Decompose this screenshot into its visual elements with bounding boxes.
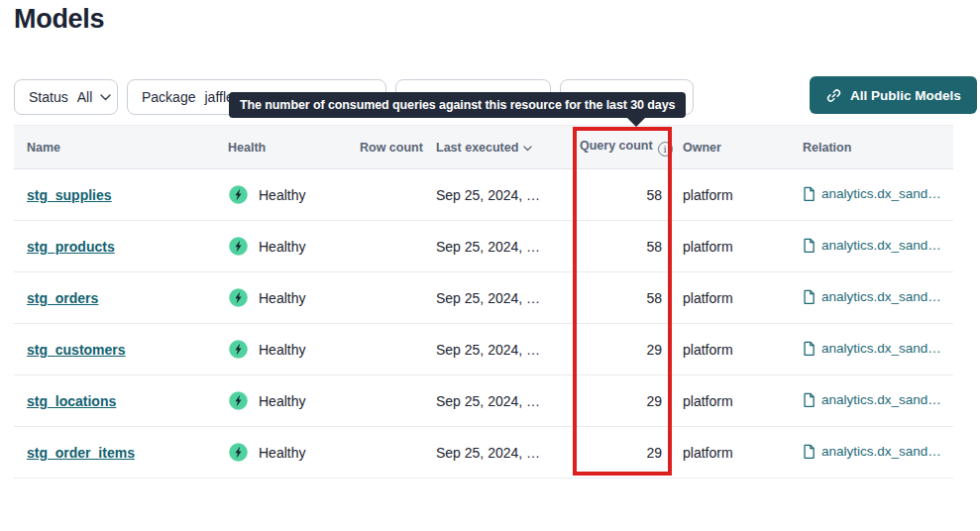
column-header-relation: Relation xyxy=(803,126,953,169)
model-name-link[interactable]: stg_order_items xyxy=(27,445,135,461)
table-row: stg_customersHealthySep 25, 2024, …29pla… xyxy=(14,324,953,375)
relation-cell: analytics.dx_sand… xyxy=(803,324,953,375)
healthy-bolt-icon xyxy=(228,287,249,308)
model-name-link[interactable]: stg_products xyxy=(27,239,115,255)
relation-text: analytics.dx_sand… xyxy=(821,289,941,304)
row-count-cell xyxy=(360,324,436,375)
status-filter-dropdown[interactable]: Status All xyxy=(14,79,118,115)
last-executed-cell: Sep 25, 2024, … xyxy=(436,324,580,375)
all-public-models-label: All Public Models xyxy=(850,88,961,103)
status-filter-label: Status xyxy=(29,89,68,105)
row-count-cell xyxy=(360,169,436,221)
health-cell: Healthy xyxy=(228,221,360,272)
query-count-cell: 29 xyxy=(580,427,671,478)
package-filter-label: Package xyxy=(142,89,195,105)
health-cell: Healthy xyxy=(228,272,360,324)
table-header-row: Name Health Row count Last executed Quer… xyxy=(14,126,953,169)
table-row: stg_locationsHealthySep 25, 2024, …29pla… xyxy=(14,375,953,427)
table-row: stg_order_itemsHealthySep 25, 2024, …29p… xyxy=(14,427,953,478)
model-name-link[interactable]: stg_supplies xyxy=(27,187,112,203)
healthy-bolt-icon xyxy=(228,442,249,463)
relation-text: analytics.dx_sand… xyxy=(821,444,941,459)
health-cell: Healthy xyxy=(228,169,360,221)
relation-link[interactable]: analytics.dx_sand… xyxy=(803,341,941,356)
chevron-down-icon xyxy=(100,94,111,101)
document-icon xyxy=(803,444,816,459)
document-icon xyxy=(803,186,816,201)
column-header-health: Health xyxy=(228,126,360,169)
owner-cell: platform xyxy=(671,272,803,324)
models-table: Name Health Row count Last executed Quer… xyxy=(14,125,953,478)
status-filter-value: All xyxy=(77,89,93,105)
document-icon xyxy=(803,392,816,407)
column-header-name: Name xyxy=(14,126,228,169)
relation-link[interactable]: analytics.dx_sand… xyxy=(803,238,941,253)
model-name-cell: stg_products xyxy=(14,221,228,272)
model-name-cell: stg_order_items xyxy=(14,427,228,478)
healthy-bolt-icon xyxy=(228,339,249,360)
document-icon xyxy=(803,341,816,356)
health-cell: Healthy xyxy=(228,427,360,478)
table-row: stg_ordersHealthySep 25, 2024, …58platfo… xyxy=(14,272,953,324)
health-label: Healthy xyxy=(259,239,305,255)
last-executed-cell: Sep 25, 2024, … xyxy=(436,169,580,221)
model-name-cell: stg_locations xyxy=(14,375,228,427)
health-cell: Healthy xyxy=(228,324,360,375)
models-page: Models Status All Package jaffle_ xyxy=(0,0,980,531)
query-count-tooltip: The number of consumed queries against t… xyxy=(229,92,686,118)
relation-link[interactable]: analytics.dx_sand… xyxy=(803,186,941,201)
all-public-models-button[interactable]: All Public Models xyxy=(810,76,977,114)
model-name-link[interactable]: stg_customers xyxy=(27,342,126,358)
page-title: Models xyxy=(14,4,104,35)
relation-cell: analytics.dx_sand… xyxy=(803,169,953,221)
health-label: Healthy xyxy=(259,187,305,203)
column-header-row-count: Row count xyxy=(360,126,436,169)
relation-cell: analytics.dx_sand… xyxy=(803,221,953,272)
last-executed-cell: Sep 25, 2024, … xyxy=(436,272,580,324)
query-count-cell: 29 xyxy=(580,375,671,427)
model-name-link[interactable]: stg_orders xyxy=(27,290,98,306)
tooltip-text: The number of consumed queries against t… xyxy=(240,98,675,112)
health-label: Healthy xyxy=(259,445,305,461)
document-icon xyxy=(803,289,816,304)
row-count-cell xyxy=(360,272,436,324)
relation-text: analytics.dx_sand… xyxy=(821,392,941,407)
model-name-cell: stg_supplies xyxy=(14,169,228,221)
model-name-cell: stg_orders xyxy=(14,272,228,324)
link-icon xyxy=(825,87,842,104)
health-label: Healthy xyxy=(259,342,305,358)
owner-cell: platform xyxy=(671,427,803,478)
owner-cell: platform xyxy=(671,375,803,427)
owner-cell: platform xyxy=(671,221,803,272)
relation-link[interactable]: analytics.dx_sand… xyxy=(803,392,941,407)
healthy-bolt-icon xyxy=(228,390,249,411)
row-count-cell xyxy=(360,221,436,272)
owner-cell: platform xyxy=(671,324,803,375)
model-name-cell: stg_customers xyxy=(14,324,228,375)
healthy-bolt-icon xyxy=(228,184,249,205)
info-icon[interactable]: i xyxy=(658,142,673,157)
relation-link[interactable]: analytics.dx_sand… xyxy=(803,444,941,459)
relation-link[interactable]: analytics.dx_sand… xyxy=(803,289,941,304)
health-label: Healthy xyxy=(259,290,305,306)
healthy-bolt-icon xyxy=(228,236,249,257)
model-name-link[interactable]: stg_locations xyxy=(27,393,116,409)
relation-text: analytics.dx_sand… xyxy=(821,238,941,253)
relation-cell: analytics.dx_sand… xyxy=(803,427,953,478)
column-header-last-executed[interactable]: Last executed xyxy=(436,126,580,169)
row-count-cell xyxy=(360,375,436,427)
column-header-query-count: Query counti xyxy=(580,126,671,169)
health-cell: Healthy xyxy=(228,375,360,427)
table-row: stg_productsHealthySep 25, 2024, …58plat… xyxy=(14,221,953,272)
relation-cell: analytics.dx_sand… xyxy=(803,272,953,324)
last-executed-cell: Sep 25, 2024, … xyxy=(436,375,580,427)
relation-text: analytics.dx_sand… xyxy=(821,186,941,201)
last-executed-cell: Sep 25, 2024, … xyxy=(436,221,580,272)
sort-chevron-icon xyxy=(523,141,532,155)
column-header-owner: Owner xyxy=(671,126,803,169)
query-count-cell: 58 xyxy=(580,272,671,324)
row-count-cell xyxy=(360,427,436,478)
relation-text: analytics.dx_sand… xyxy=(821,341,941,356)
last-executed-cell: Sep 25, 2024, … xyxy=(436,427,580,478)
table-row: stg_suppliesHealthySep 25, 2024, …58plat… xyxy=(14,169,953,221)
